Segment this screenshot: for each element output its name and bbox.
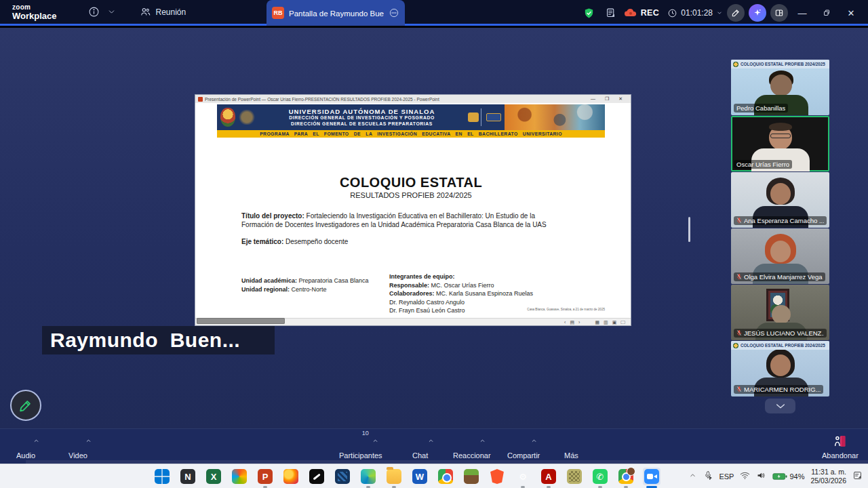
tab-options-icon[interactable] (389, 7, 399, 18)
settings-icon[interactable]: ⚙ (514, 468, 532, 485)
zoom-workplace-window: zoom Workplace Reunión RB Pantalla de Ra… (0, 0, 868, 488)
shared-screen-area: Presentación de PowerPoint — Oscar Urías… (0, 28, 868, 428)
battery-icon (772, 472, 787, 481)
minimize-button[interactable]: — (792, 3, 812, 23)
video-tile-jesus-luciano-valenzuela[interactable]: JESÚS LUCIANO VALENZ... (731, 285, 829, 340)
logo-line1: zoom (12, 4, 57, 11)
volume-icon[interactable] (756, 470, 766, 483)
thematic-axis-line: Eje temático: Desempeño docente (241, 238, 560, 245)
scrollbar-handle[interactable] (688, 217, 690, 242)
notion-icon[interactable]: N (179, 468, 197, 485)
tray-overflow-chevron[interactable] (688, 470, 697, 483)
dgep-badge-logo (486, 113, 501, 121)
acrobat-icon[interactable]: A (540, 468, 557, 485)
view-normal-button[interactable]: ▦ (595, 320, 599, 325)
share-button[interactable]: Compartir (507, 432, 540, 460)
participant-name: Ana Esperanza Camacho ... (734, 216, 827, 225)
header-photo-collage (505, 104, 605, 130)
minecraft-icon[interactable] (462, 468, 480, 485)
view-sorter-button[interactable]: ▥ (604, 320, 608, 325)
react-options-chevron[interactable] (479, 435, 486, 447)
powerpoint-app-icon (198, 97, 203, 102)
video-tile-maricarmen-rodriguez[interactable]: COLOQUIO ESTATAL PROFIEB 2024/2025 MARIC… (731, 341, 829, 396)
powerpoint-titlebar: Presentación de PowerPoint — Oscar Urías… (195, 95, 631, 103)
leave-button[interactable]: Abandonar (822, 432, 859, 460)
slide-title: COLOQUIO ESTATAL (217, 175, 605, 190)
video-tile-olga-elvira-manjarrez[interactable]: Olga Elvira Manjarrez Vega (731, 228, 829, 284)
info-icon[interactable] (85, 3, 103, 21)
filmstrip-collapse-button[interactable] (765, 399, 795, 413)
chat-button[interactable]: Chat (412, 432, 428, 460)
zoom-taskbar-icon[interactable] (643, 468, 660, 485)
restore-button[interactable] (816, 3, 837, 23)
drawing-app-icon[interactable] (308, 468, 326, 485)
close-button[interactable]: ✕ (841, 3, 861, 23)
video-options-chevron[interactable] (85, 435, 92, 447)
language-indicator[interactable]: ESP (719, 472, 734, 481)
react-button[interactable]: Reaccionar (453, 432, 491, 460)
audio-button[interactable]: Audio (16, 432, 35, 460)
chevron-down-icon[interactable] (103, 3, 121, 21)
more-button[interactable]: Más (564, 432, 578, 460)
tray-clock[interactable]: 11:31 a. m. 25/03/2026 (810, 468, 846, 485)
share-options-chevron[interactable] (530, 435, 538, 447)
brave-icon[interactable] (488, 468, 506, 485)
security-shield-icon[interactable] (580, 4, 598, 22)
video-tile-oscar-urias-fierro[interactable]: Oscar Urías Fierro (731, 116, 829, 171)
tray-microphone-icon[interactable] (703, 470, 713, 483)
crest-icon (733, 343, 738, 348)
participants-button[interactable]: 10 Participantes (339, 432, 382, 460)
slide-menu-button[interactable]: ▤ (570, 320, 574, 325)
chrome-profile-icon[interactable] (617, 468, 635, 485)
view-reading-button[interactable]: ▣ (612, 320, 617, 325)
word-icon[interactable]: W (411, 468, 429, 485)
prev-slide-button[interactable]: ‹ (564, 320, 566, 325)
wifi-icon[interactable] (740, 470, 750, 483)
blue-tile-app-icon[interactable] (334, 468, 351, 485)
transcript-icon[interactable] (602, 4, 620, 22)
firefox-icon[interactable] (282, 468, 300, 485)
powerpoint-window-title: Presentación de PowerPoint — Oscar Urías… (205, 97, 589, 102)
video-button[interactable]: Video (68, 432, 87, 460)
annotation-pencil-button[interactable] (10, 390, 41, 421)
direction-line2: DIRECCIÓN GENERAL DE ESCUELAS PREPARATOR… (258, 121, 465, 127)
audio-options-chevron[interactable] (33, 435, 40, 447)
whatsapp-icon[interactable] (591, 468, 609, 485)
project-title-paragraph: Título del proyecto: Fortaleciendo la In… (241, 211, 560, 229)
chat-options-chevron[interactable] (427, 435, 435, 447)
glasses (770, 134, 791, 138)
annotate-pen-button[interactable] (727, 4, 745, 22)
notification-center-icon[interactable] (852, 470, 863, 483)
edge-icon[interactable] (359, 468, 377, 485)
video-tile-pedro-cabanillas[interactable]: COLOQUIO ESTATAL PROFIEB 2024/2025 Pedro… (731, 60, 829, 115)
powerpoint-icon[interactable]: P (256, 468, 274, 485)
leave-door-icon (832, 434, 848, 449)
copilot-icon[interactable] (231, 468, 248, 485)
participant-name: JESÚS LUCIANO VALENZ... (734, 329, 827, 338)
tab-meeting[interactable]: Reunión (140, 6, 186, 18)
zoom-workplace-logo: zoom Workplace (12, 4, 57, 20)
participants-options-chevron[interactable] (372, 435, 379, 447)
ppt-reading-toolbar[interactable] (197, 318, 285, 324)
battery-indicator[interactable]: 94% (772, 472, 804, 481)
windows-start-button[interactable] (153, 468, 171, 485)
maze-app-icon[interactable] (566, 468, 583, 485)
timer-chevron-icon (716, 9, 723, 16)
timer-value: 01:01:28 (681, 8, 713, 18)
view-slideshow-button[interactable]: 🖵 (620, 320, 625, 325)
powerpoint-window-controls[interactable]: — ❐ ✕ (591, 96, 627, 102)
video-tile-ana-esperanza-camacho[interactable]: Ana Esperanza Camacho ... (731, 172, 829, 228)
pencil-icon (18, 398, 33, 413)
chrome-icon[interactable] (437, 468, 454, 485)
excel-icon[interactable]: X (205, 468, 222, 485)
next-slide-button[interactable]: › (578, 320, 580, 325)
ai-companion-button[interactable] (749, 4, 766, 22)
tab-screen-share[interactable]: RB Pantalla de Raymundo Bueno Bla (267, 0, 405, 26)
recording-indicator[interactable]: REC (624, 8, 660, 18)
participant-name: MARICARMEN RODRIG... (734, 385, 823, 394)
uas-crest-logo (220, 108, 235, 127)
layout-view-button[interactable] (770, 4, 788, 22)
meeting-timer[interactable]: 01:01:28 (667, 8, 723, 18)
file-explorer-icon[interactable] (385, 468, 403, 485)
tab-screen-share-label: Pantalla de Raymundo Bueno Bla (289, 9, 384, 18)
